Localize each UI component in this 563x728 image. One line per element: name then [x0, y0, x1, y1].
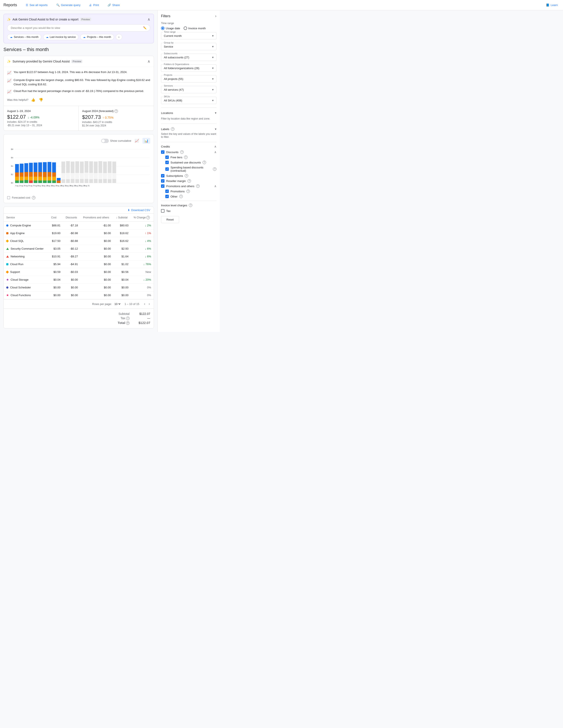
svg-rect-40 [47, 177, 51, 181]
cb-free-tiers[interactable]: Free tiers ? [165, 156, 216, 159]
svg-rect-61 [89, 173, 93, 179]
filter-projects: Projects All projects (55) ▾ [161, 75, 216, 82]
service-discounts: -$0.03 [63, 268, 81, 276]
sidebar-collapse-btn[interactable]: › [215, 14, 216, 18]
service-dot [6, 286, 8, 289]
nav-print[interactable]: 🖨 Print [87, 3, 101, 8]
credits-title[interactable]: Credits ∧ [161, 145, 216, 148]
projects-dropdown[interactable]: Projects All projects (55) ▾ [161, 75, 216, 82]
chip-services[interactable]: ☁ Services – this month [7, 34, 41, 40]
show-cumulative-toggle[interactable]: Show cumulative [101, 139, 131, 143]
svg-rect-29 [34, 180, 37, 183]
line-chart-btn[interactable]: 📈 [133, 138, 141, 144]
trend-icon-3: 📈 [7, 89, 11, 94]
cb-subscriptions[interactable]: Subscriptions ? [161, 174, 216, 177]
gcp-icon-3: ☁ [83, 36, 86, 39]
subscriptions-help-icon[interactable]: ? [185, 174, 188, 177]
current-month-dropdown[interactable]: Time range Current month ▾ [161, 32, 216, 39]
tax-checkbox-row[interactable]: Tax [161, 209, 216, 213]
promotions-others-help-icon[interactable]: ? [196, 184, 199, 188]
checkbox-discounts [161, 150, 164, 154]
locations-row[interactable]: Locations ▾ [161, 110, 216, 115]
cb-reseller[interactable]: Reseller margin ? [161, 179, 216, 183]
invoice-level-help-icon[interactable]: ? [189, 204, 192, 207]
spending-help-icon[interactable]: ? [213, 167, 216, 171]
cb-spending[interactable]: Spending based discounts (contractual) ? [165, 166, 216, 172]
free-tiers-help-icon[interactable]: ? [184, 156, 187, 159]
chip-more[interactable]: › [116, 34, 122, 40]
nav-share[interactable]: 🔗 Share [106, 3, 121, 8]
gemini-search-input[interactable] [11, 26, 143, 30]
subaccounts-dropdown[interactable]: Subaccounts All subaccounts (27) ▾ [161, 54, 216, 61]
gemini-banner: ✨ Ask Gemini Cloud Assist to find or cre… [3, 14, 154, 43]
reseller-help-icon[interactable]: ? [187, 179, 191, 183]
folders-dropdown[interactable]: Folders & Organizations All folders/orga… [161, 64, 216, 72]
labels-chevron-icon: ▾ [215, 127, 216, 131]
service-promotions: $0.00 [81, 237, 114, 245]
service-change: 0% [131, 284, 154, 291]
service-promotions: $0.00 [81, 229, 114, 237]
bar-chart-btn[interactable]: 📊 [142, 138, 150, 144]
forecasted-legend: Forecasted cost ? [7, 196, 150, 199]
filter-time-range: Time range Usage date Invoice month Time… [161, 22, 216, 39]
discounts-help-icon[interactable]: ? [180, 150, 184, 154]
sustained-help-icon[interactable]: ? [202, 161, 206, 164]
prev-page-btn[interactable]: ‹ [143, 302, 146, 306]
radio-invoice-month[interactable]: Invoice month [184, 26, 206, 30]
reset-button[interactable]: Reset [161, 216, 179, 223]
service-promotions: $0.00 [81, 284, 114, 291]
rows-per-page-select[interactable]: 10 25 50 [114, 302, 121, 306]
forecast-legend-help-icon[interactable]: ? [32, 196, 35, 199]
services-dropdown[interactable]: Services All services (47) ▾ [161, 86, 216, 93]
trend-icon-2: 📈 [7, 78, 11, 83]
thumbs-up-btn[interactable]: 👍 [30, 97, 36, 103]
svg-rect-28 [34, 177, 37, 181]
svg-text:$2: $2 [11, 173, 13, 176]
download-csv-btn[interactable]: ⬇ Download CSV [128, 208, 150, 212]
chip-last-invoice[interactable]: ☁ Last invoice by service [43, 34, 79, 40]
invoice-level-row[interactable]: Invoice level charges ? [161, 204, 216, 207]
checkbox-spending [165, 167, 169, 171]
gemini-collapse-btn[interactable]: ∧ [147, 17, 150, 22]
sparkle-icon: ✨ [7, 18, 11, 21]
next-page-btn[interactable]: › [147, 302, 151, 306]
group-by-dropdown[interactable]: Group by Service ▾ [161, 43, 216, 50]
thumbs-down-btn[interactable]: 👎 [38, 97, 44, 103]
service-name: Security Command Center [4, 245, 48, 253]
summary-collapse-btn[interactable]: ∧ [147, 59, 150, 64]
change-help-icon[interactable]: ? [146, 216, 150, 219]
list-icon: ☰ [26, 3, 28, 7]
forecast-help-icon[interactable]: ? [114, 109, 118, 113]
labels-row[interactable]: Labels ? ▾ [161, 126, 216, 132]
other-help-icon[interactable]: ? [179, 195, 183, 198]
cb-promotions[interactable]: Promotions ? [165, 190, 216, 193]
credits-chevron-icon: ∧ [214, 145, 216, 148]
service-change: 0% [131, 291, 154, 299]
toggle-switch[interactable] [101, 139, 109, 143]
cb-discounts[interactable]: Discounts ? ∧ [161, 150, 216, 154]
promotions-help-icon[interactable]: ? [186, 190, 190, 193]
group-by-chevron-icon: ▾ [212, 45, 213, 48]
cb-other[interactable]: Other ? [165, 195, 216, 198]
radio-usage-date[interactable]: Usage date [161, 26, 180, 30]
cb-sustained[interactable]: Sustained use discounts ? [165, 161, 216, 164]
nav-see-all-reports[interactable]: ☰ See all reports [24, 3, 49, 8]
labels-help-icon[interactable]: ? [171, 127, 174, 131]
cb-promotions-others[interactable]: Promotions and others ? ∧ [161, 184, 216, 188]
service-promotions: $0.00 [81, 260, 114, 268]
col-service: Service [4, 214, 48, 222]
service-cost: $3.05 [48, 245, 63, 253]
chip-projects[interactable]: ☁ Projects – this month [80, 34, 114, 40]
rows-per-page: Rows per page: 10 25 50 [92, 302, 121, 306]
service-change: ↓ 20% [131, 276, 154, 284]
table-header: Service Cost Discounts Promotions and ot… [4, 214, 154, 222]
total-help-icon[interactable]: ? [126, 321, 129, 325]
col-subtotal[interactable]: ↓ Subtotal [113, 214, 131, 222]
skus-dropdown[interactable]: SKUs All SKUs (408) ▾ [161, 97, 216, 104]
sparkle-icon-2: ✨ [7, 60, 11, 63]
nav-learn[interactable]: 📘 Learn [544, 3, 560, 8]
promotions-chevron-icon: ∧ [214, 184, 216, 188]
svg-rect-47 [57, 180, 61, 183]
nav-generate-query[interactable]: 🔍 Generate query [55, 3, 82, 8]
tax-help-icon[interactable]: ? [126, 317, 129, 320]
